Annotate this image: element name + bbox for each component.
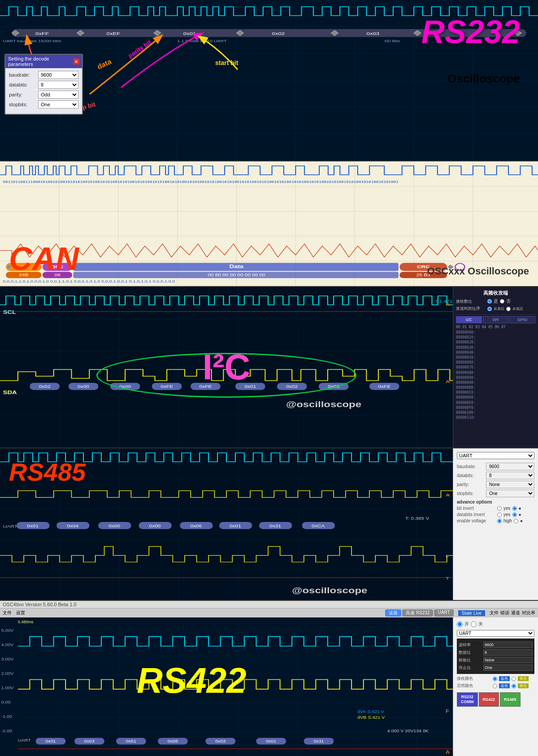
enable-voltage-label: enable voltage [457,518,497,523]
svg-text:UART: UART [18,738,31,743]
rs422-parity-row: 检验位 [459,657,533,663]
enable-voltage-high[interactable] [497,519,502,523]
menu-settings[interactable]: 设置 [16,610,25,616]
rs485-section: T: 0.365 V A UART 0x01 0x04 0x00 0x00 0x… [0,448,538,601]
enable-voltage-radios: high ● [497,518,523,523]
rs422-uart-select[interactable]: UART [457,630,534,637]
hex-row-6: 00000060: [456,360,535,365]
advance-options-label: advance options [457,500,534,504]
recv-color-yellow[interactable] [512,684,516,688]
svg-text:UART baud rate 19200 bit/s: UART baud rate 19200 bit/s [3,39,62,43]
tab-i2c[interactable]: I2C [456,316,482,323]
submenu-channel[interactable]: 通道 [511,610,520,616]
svg-text:5.00V: 5.00V [1,628,14,633]
databits-invert-no-label: ● [519,512,521,517]
rs422-stopbits-label: 停止位 [459,665,483,671]
hex-row-110: 00000110: [456,415,535,420]
start-color-blue[interactable] [493,677,497,681]
start-color-yellow[interactable] [512,677,516,681]
rs485-comm-button[interactable]: RS485 [500,692,521,707]
tab-oscilloscope[interactable]: 波器 [385,609,401,617]
menu-file[interactable]: 文件 [3,610,12,616]
hex-row-9: 00000090: [456,375,535,380]
svg-text:A: A [446,378,450,383]
oscilloscope-label-1: Oscilloscope [447,72,520,86]
svg-text:0x51: 0x51 [126,739,136,743]
open-close-buttons: 开 关 [457,621,534,627]
svg-text:1.00V: 1.00V [1,686,14,690]
dialog-close-button[interactable]: ✕ [73,58,79,65]
enable-voltage-row: enable voltage high ● [457,518,534,523]
recv-yes-radio[interactable] [487,299,492,304]
svg-text:3.00V: 3.00V [1,657,14,661]
rs422-databits-input[interactable] [483,649,533,656]
send-low-radio[interactable] [506,307,511,311]
databits-select[interactable]: 8 7 [38,81,78,89]
parity-row: parity: Odd Even None [9,91,78,99]
stopbits-select[interactable]: One Two [38,100,78,109]
svg-text:0xFE: 0xFE [378,384,390,388]
hex-row-f: 000000F0: [456,405,535,410]
rs422-parity-input[interactable] [483,657,533,663]
uart-type-select[interactable]: UART [457,452,534,459]
recv-color-label: 启用颜色 [457,683,493,689]
databits-invert-yes-label: yes [503,512,511,517]
rs422-section: OSC4tivo Version 5.60.0 Beta 1.0 文件 设置 波… [0,601,538,756]
decode-dialog-title: Setting the decode parameters ✕ [5,55,82,68]
hex-row-8: 00000080: [456,370,535,375]
databits-invert-no[interactable] [512,513,517,517]
recv-no-label: 否 [506,298,511,304]
svg-text:1.1 S total inc 10 UART: 1.1 S total inc 10 UART [178,39,227,43]
hex-row-d: 000000D0: [456,395,535,400]
databits-invert-row: databits invert yes ● [457,512,534,517]
oscxxx-label: OSCxxx Oscilloscope [427,265,529,277]
rs422-comm-button[interactable]: RS422 [479,692,499,707]
hex-header: 00 01 02 03 04 05 06 07 [456,325,535,329]
high-speed-title: 高频收发端 [456,290,535,296]
enable-voltage-low[interactable] [514,519,518,523]
rs422-stopbits-input[interactable] [483,665,533,671]
svg-text:SD Bits: SD Bits [384,39,400,43]
svg-text:00 80 00 00 00 00 00 00: 00 80 00 00 00 00 00 00 [208,273,265,277]
open-radio[interactable] [457,621,463,627]
bit-invert-yes[interactable] [497,506,502,511]
submenu-file[interactable]: 文件 [490,610,499,616]
yellow-label: 黄色 [518,676,529,681]
rs485-parity-select[interactable]: None [486,481,534,488]
baudrate-select[interactable]: 9600 19200 115200 [38,71,78,79]
rs485-databits-select[interactable]: 8 [486,472,534,479]
rs422-baudrate-row: 波特率 [459,642,533,648]
tab-spi[interactable]: SPI [483,316,509,323]
tab-high-speed[interactable]: 高速 RS232 [402,609,433,617]
rs232-comm-button[interactable]: RS232COMM [457,692,478,707]
svg-text:A: A [446,492,450,497]
svg-text:0.00: 0.00 [1,700,11,704]
submenu-error[interactable]: 错误 [500,610,509,616]
svg-text:0x01: 0x01 [266,739,276,743]
close-radio[interactable] [471,621,477,627]
tab-gpio[interactable]: GPIO [509,316,535,323]
start-color-label: 接收颜色 [457,676,493,682]
rs422-sidebar: 开 关 UART 波特率 数据位 检验位 [453,617,538,756]
rs485-stopbits-select[interactable]: One [486,490,534,497]
svg-text:0x31: 0x31 [269,523,281,528]
rs422-baudrate-input[interactable] [483,642,533,648]
tab-uart[interactable]: UART [434,609,453,617]
send-option: 发送时的位序 从高位 从低位 [456,306,535,312]
rs485-baudrate-select[interactable]: 9600 [486,463,534,470]
rs422-params: 波特率 数据位 检验位 停止位 [457,639,534,674]
stopbits-row: stopbits: One Two [9,100,78,109]
rs422-databits-row: 数据位 [459,649,533,656]
bit-invert-no[interactable] [512,506,517,511]
databits-invert-yes[interactable] [497,513,502,517]
send-high-radio[interactable] [487,307,492,311]
svg-text:0xEF: 0xEF [106,30,120,35]
rs422-title: RS422 [137,660,247,701]
submenu-compare[interactable]: 对比率 [522,610,535,616]
rs422-databits-label: 数据位 [459,650,483,656]
open-label: 开 [464,621,469,627]
hex-data-display: 00000000: 00000010: 00000020: 00000030: … [456,330,535,420]
recv-color-blue[interactable] [493,684,497,688]
parity-select[interactable]: Odd Even None [38,91,78,99]
recv-no-radio[interactable] [500,299,504,304]
